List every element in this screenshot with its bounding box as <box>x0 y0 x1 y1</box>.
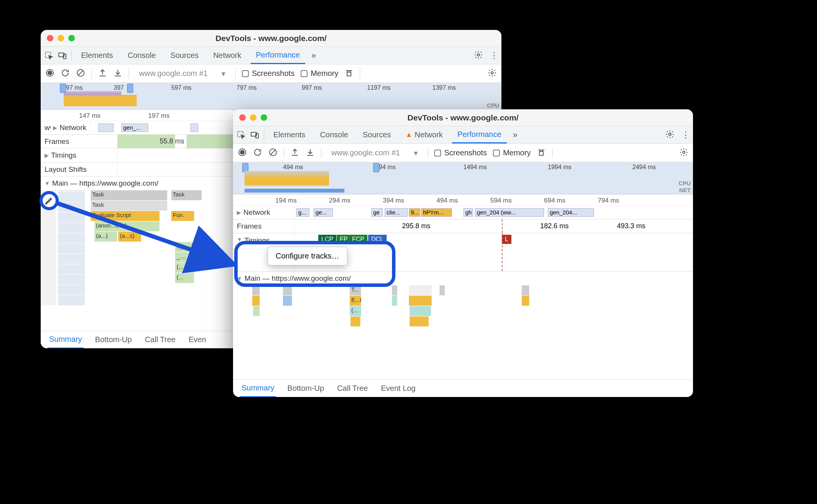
network-item[interactable]: gh <box>463 208 473 217</box>
tab-elements[interactable]: Elements <box>268 126 311 143</box>
svg-point-11 <box>669 133 671 135</box>
net-label: NET <box>679 187 691 193</box>
gear-icon[interactable] <box>665 130 675 140</box>
inspect-icon[interactable] <box>44 51 54 61</box>
ov-tick: 494 ms <box>283 164 303 171</box>
memory-checkbox[interactable]: Memory <box>301 69 338 78</box>
reload-icon[interactable] <box>253 148 262 158</box>
screenshots-checkbox[interactable]: Screenshots <box>434 148 487 157</box>
network-item[interactable]: 9... <box>409 208 420 217</box>
overview-strip[interactable]: 494 ms 94 ms 1494 ms 1994 ms 2494 ms CPU… <box>233 162 693 194</box>
tab-network[interactable]: Network <box>208 47 246 64</box>
device-icon[interactable] <box>250 130 260 140</box>
flame-chart[interactable]: T... E...t (... <box>233 285 693 331</box>
tab-console[interactable]: Console <box>314 126 353 143</box>
warning-icon: ▲ <box>405 131 412 139</box>
dtab-summary[interactable]: Summary <box>48 331 84 349</box>
window-title: DevTools - www.google.com/ <box>407 113 518 122</box>
chevron-right-icon[interactable]: ▶ <box>53 125 57 131</box>
kebab-icon[interactable]: ⋮ <box>490 51 498 61</box>
cpu-label: CPU <box>487 102 499 109</box>
device-icon[interactable] <box>58 51 68 61</box>
network-item[interactable]: hPYm... <box>421 208 452 217</box>
clear-icon[interactable] <box>76 68 85 79</box>
tab-performance[interactable]: Performance <box>452 126 507 143</box>
tab-sources[interactable]: Sources <box>357 126 396 143</box>
tab-console[interactable]: Console <box>122 47 161 64</box>
ov-tick: 1994 ms <box>548 164 571 171</box>
range-handle-left[interactable] <box>60 84 66 93</box>
record-icon[interactable] <box>45 68 55 79</box>
tab-performance[interactable]: Performance <box>251 47 306 64</box>
track-network[interactable]: ▶Network g... ge... ge clie... 9... hPYm… <box>233 206 693 219</box>
dtab-bottomup[interactable]: Bottom-Up <box>286 380 326 397</box>
tab-elements[interactable]: Elements <box>76 47 118 64</box>
reload-icon[interactable] <box>61 68 70 79</box>
gear-icon[interactable] <box>488 68 497 79</box>
minimize-icon[interactable] <box>58 35 64 41</box>
track-frames[interactable]: Frames 295.8 ms 182.6 ms 493.3 ms <box>233 219 693 233</box>
svg-point-7 <box>491 72 493 74</box>
chevron-down-icon[interactable]: ▼ <box>45 180 50 186</box>
dtab-summary[interactable]: Summary <box>240 380 276 397</box>
separator <box>360 69 360 79</box>
separator <box>321 148 321 158</box>
panel-tabbar: Elements Console Sources Network Perform… <box>41 47 501 64</box>
upload-icon[interactable] <box>98 68 107 79</box>
cpu-label: CPU <box>678 180 691 186</box>
overview-strip[interactable]: 97 ms 397 597 ms 797 ms 997 ms 1197 ms 1… <box>41 83 501 110</box>
screenshots-checkbox[interactable]: Screenshots <box>242 69 294 78</box>
gc-icon[interactable] <box>344 68 354 79</box>
network-item[interactable]: g... <box>296 208 309 217</box>
recording-select[interactable]: www.google.com #1▾ <box>327 148 422 158</box>
network-item[interactable]: gen_204... <box>548 208 594 217</box>
record-icon[interactable] <box>238 148 247 158</box>
traffic-lights <box>239 114 267 121</box>
clear-icon[interactable] <box>268 148 278 158</box>
network-item[interactable] <box>98 124 114 132</box>
separator <box>71 51 72 61</box>
frame-duration: 295.8 ms <box>402 222 430 230</box>
download-icon[interactable] <box>113 68 122 79</box>
network-item[interactable] <box>190 124 198 132</box>
annotation-arrow <box>50 199 250 284</box>
gc-icon[interactable] <box>537 148 546 158</box>
gear-icon[interactable] <box>679 148 688 158</box>
network-item[interactable]: clie... <box>385 208 408 217</box>
range-handle-right[interactable] <box>373 163 379 172</box>
range-handle-right[interactable] <box>127 84 133 93</box>
more-tabs-icon[interactable]: » <box>513 130 518 140</box>
memory-checkbox[interactable]: Memory <box>493 148 531 157</box>
dtab-calltree[interactable]: Call Tree <box>336 380 369 397</box>
zoom-icon[interactable] <box>68 35 75 41</box>
upload-icon[interactable] <box>290 148 299 158</box>
close-icon[interactable] <box>239 114 246 121</box>
network-item[interactable]: ge <box>371 208 383 217</box>
dtab-calltree[interactable]: Call Tree <box>143 331 177 348</box>
close-icon[interactable] <box>47 35 53 41</box>
time-ruler: 194 ms 294 ms 394 ms 494 ms 594 ms 694 m… <box>233 194 693 206</box>
tab-sources[interactable]: Sources <box>165 47 204 64</box>
zoom-icon[interactable] <box>261 114 267 121</box>
window-title: DevTools - www.google.com/ <box>215 34 326 43</box>
recording-select[interactable]: www.google.com #1▾ <box>135 69 229 78</box>
gear-icon[interactable] <box>474 50 483 61</box>
ov-tick: 2494 ms <box>632 164 656 171</box>
svg-point-13 <box>240 150 244 154</box>
timing-badge-l[interactable]: L <box>502 235 511 244</box>
kebab-icon[interactable]: ⋮ <box>681 130 690 140</box>
inspect-icon[interactable] <box>236 130 246 140</box>
network-item[interactable]: gen_204 (ww... <box>475 208 544 217</box>
cpu-chart <box>245 171 329 186</box>
separator <box>91 69 92 79</box>
network-item[interactable]: ge... <box>314 208 333 217</box>
dtab-eventlog[interactable]: Event Log <box>379 380 417 397</box>
chevron-right-icon[interactable]: ▶ <box>45 152 49 158</box>
download-icon[interactable] <box>306 148 315 158</box>
more-tabs-icon[interactable]: » <box>311 51 316 61</box>
dtab-bottomup[interactable]: Bottom-Up <box>94 331 134 348</box>
tab-network[interactable]: ▲Network <box>400 126 448 143</box>
minimize-icon[interactable] <box>250 114 256 121</box>
dtab-eventlog[interactable]: Even <box>187 331 208 348</box>
network-item[interactable]: gen_... <box>121 124 148 132</box>
